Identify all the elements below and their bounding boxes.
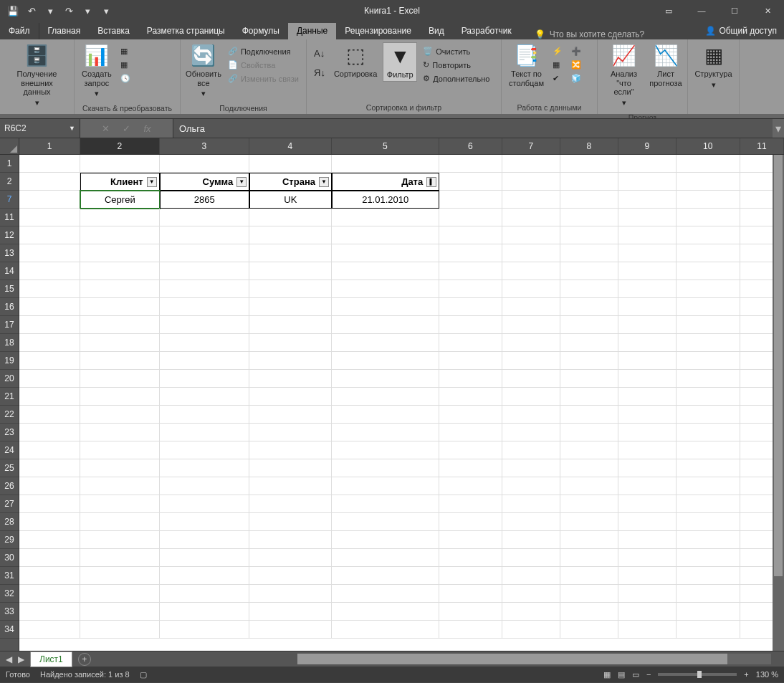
cell[interactable] [502, 459, 560, 477]
cell[interactable] [160, 244, 249, 262]
cell[interactable] [502, 298, 560, 316]
cell[interactable] [677, 352, 740, 370]
cell[interactable] [160, 388, 249, 406]
cell[interactable] [502, 262, 560, 280]
name-box[interactable]: R6C2▼ [0, 119, 80, 138]
cell[interactable] [502, 531, 560, 549]
show-queries-button[interactable]: ▦ [118, 45, 133, 57]
cell[interactable] [560, 621, 618, 639]
cell[interactable] [502, 388, 560, 406]
cell[interactable] [80, 226, 160, 244]
cell[interactable] [160, 477, 249, 495]
cell[interactable] [677, 531, 740, 549]
cell[interactable] [502, 549, 560, 567]
cell[interactable] [618, 370, 677, 388]
tab-formulas[interactable]: Формулы [234, 23, 288, 39]
cell[interactable] [618, 424, 677, 441]
cell[interactable] [19, 388, 80, 406]
cell[interactable] [80, 585, 160, 603]
cell[interactable] [677, 334, 740, 352]
cell[interactable] [249, 424, 332, 441]
cell[interactable] [560, 155, 618, 173]
cell[interactable] [502, 567, 560, 585]
cell[interactable] [677, 406, 740, 424]
row-header[interactable]: 31 [0, 567, 19, 585]
cell[interactable] [80, 370, 160, 388]
cell[interactable] [160, 298, 249, 316]
cell[interactable] [19, 495, 80, 513]
cell[interactable] [502, 280, 560, 298]
row-header[interactable]: 1 [0, 155, 19, 173]
row-header[interactable]: 21 [0, 388, 19, 406]
cell[interactable] [332, 513, 439, 531]
cell[interactable] [502, 585, 560, 603]
cell[interactable] [677, 316, 740, 334]
row-header[interactable]: 14 [0, 262, 19, 280]
cell[interactable] [439, 226, 502, 244]
cell[interactable] [160, 334, 249, 352]
cell[interactable] [560, 603, 618, 621]
cell[interactable] [677, 226, 740, 244]
cell[interactable] [332, 459, 439, 477]
cell[interactable] [618, 531, 677, 549]
cell[interactable] [80, 567, 160, 585]
cell[interactable] [677, 513, 740, 531]
cell[interactable] [332, 495, 439, 513]
cell[interactable] [19, 459, 80, 477]
cell[interactable] [439, 352, 502, 370]
row-header[interactable]: 25 [0, 459, 19, 477]
sheet-nav-next[interactable]: ▶ [18, 654, 24, 664]
cell[interactable] [249, 513, 332, 531]
row-header[interactable]: 16 [0, 298, 19, 316]
row-header[interactable]: 29 [0, 531, 19, 549]
column-header[interactable]: 9 [618, 138, 677, 154]
sheet-nav-prev[interactable]: ◀ [6, 654, 12, 664]
remove-dup-button[interactable]: ▦ [550, 59, 565, 71]
cell[interactable] [332, 316, 439, 334]
cell[interactable] [19, 280, 80, 298]
undo-dropdown[interactable]: ▾ [42, 2, 59, 19]
reapply-button[interactable]: ↻Повторить [420, 59, 492, 71]
cell[interactable] [502, 621, 560, 639]
cell[interactable] [439, 262, 502, 280]
consolidate-button[interactable]: ➕ [568, 45, 584, 57]
column-header[interactable]: 4 [249, 138, 332, 154]
cell[interactable] [618, 585, 677, 603]
cell[interactable] [80, 388, 160, 406]
cell[interactable] [677, 191, 740, 209]
filter-active-icon[interactable]: ▌ [426, 177, 436, 187]
cell[interactable] [332, 549, 439, 567]
cell[interactable] [502, 352, 560, 370]
tab-home[interactable]: Главная [39, 23, 90, 39]
cell[interactable] [19, 191, 80, 209]
cell[interactable] [439, 603, 502, 621]
new-query-button[interactable]: 📊 Создать запрос▾ [79, 42, 115, 100]
row-header[interactable]: 12 [0, 226, 19, 244]
cell[interactable] [618, 352, 677, 370]
cell[interactable] [560, 244, 618, 262]
cell[interactable] [80, 513, 160, 531]
row-header[interactable]: 15 [0, 280, 19, 298]
what-if-button[interactable]: 📈 Анализ "что если"▾ [602, 42, 646, 109]
minimize-button[interactable]: — [685, 0, 718, 22]
cell[interactable] [560, 531, 618, 549]
row-header[interactable]: 20 [0, 370, 19, 388]
outline-button[interactable]: ▦ Структура▾ [692, 42, 735, 90]
cell[interactable] [19, 244, 80, 262]
cell[interactable] [249, 334, 332, 352]
cell[interactable] [19, 513, 80, 531]
cell[interactable] [19, 262, 80, 280]
cell[interactable] [19, 209, 80, 226]
cell[interactable] [560, 298, 618, 316]
cell[interactable] [618, 155, 677, 173]
cell[interactable] [249, 585, 332, 603]
cell[interactable] [677, 495, 740, 513]
close-button[interactable]: ✕ [751, 0, 784, 22]
zoom-out-button[interactable]: − [646, 670, 651, 679]
relationships-button[interactable]: 🔀 [568, 59, 584, 71]
cell[interactable] [677, 603, 740, 621]
row-header[interactable]: 24 [0, 441, 19, 459]
cell[interactable] [80, 352, 160, 370]
cell[interactable] [618, 459, 677, 477]
cell[interactable] [160, 155, 249, 173]
